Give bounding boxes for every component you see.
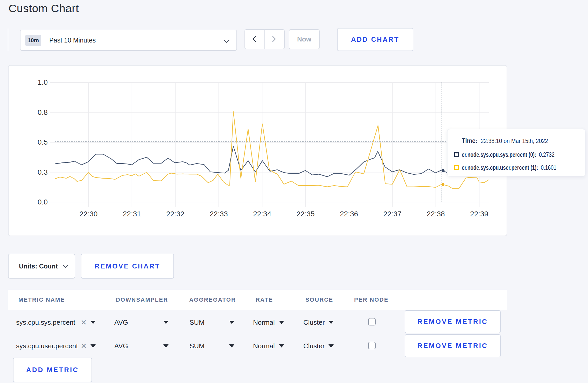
svg-text:22:38: 22:38: [427, 210, 445, 218]
svg-text:22:36: 22:36: [340, 210, 358, 218]
svg-text:0.3: 0.3: [38, 168, 48, 176]
svg-text:22:32: 22:32: [166, 210, 184, 218]
svg-text:1.0: 1.0: [38, 78, 48, 86]
svg-text:22:31: 22:31: [123, 210, 141, 218]
svg-text:22:39: 22:39: [470, 210, 488, 218]
svg-text:0.5: 0.5: [38, 138, 48, 146]
svg-text:22:34: 22:34: [253, 210, 271, 218]
svg-text:0.8: 0.8: [38, 108, 48, 116]
svg-text:22:37: 22:37: [383, 210, 401, 218]
svg-text:0.0: 0.0: [38, 198, 48, 206]
svg-text:22:30: 22:30: [79, 210, 97, 218]
svg-text:22:33: 22:33: [210, 210, 228, 218]
svg-text:22:35: 22:35: [297, 210, 315, 218]
